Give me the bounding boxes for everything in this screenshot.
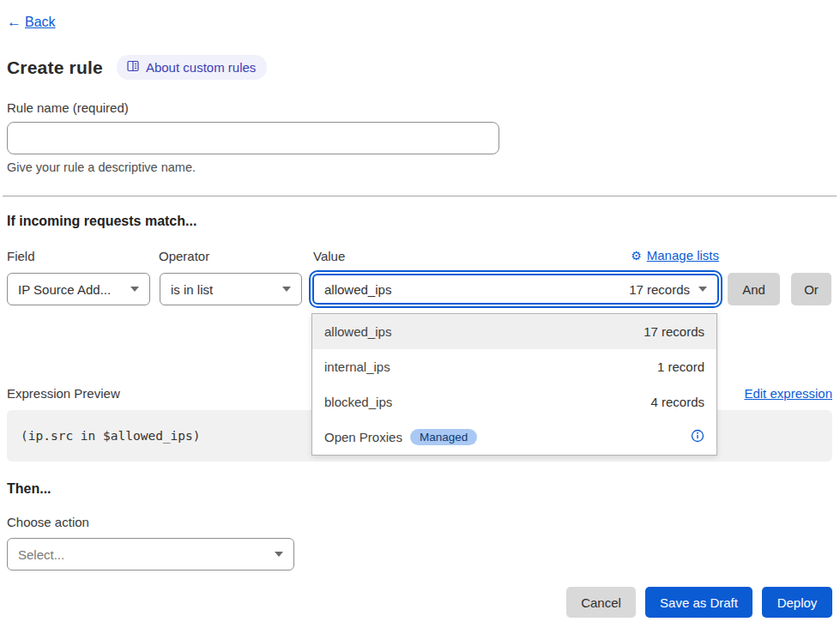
- list-option-allowed-ips[interactable]: allowed_ips 17 records: [312, 314, 716, 349]
- chevron-down-icon: [698, 287, 707, 292]
- rule-name-input[interactable]: [7, 122, 499, 154]
- list-option-internal-ips[interactable]: internal_ips 1 record: [312, 349, 716, 384]
- list-option-name: allowed_ips: [324, 324, 391, 339]
- choose-action-label: Choose action: [7, 515, 89, 529]
- expression-code: (ip.src in $allowed_ips): [21, 429, 201, 443]
- page-title: Create rule: [7, 57, 103, 78]
- list-option-count: 17 records: [644, 324, 704, 339]
- section-divider: [3, 196, 837, 196]
- expression-preview-label: Expression Preview: [7, 386, 120, 401]
- list-option-name: blocked_ips: [324, 395, 392, 409]
- action-select-placeholder: Select...: [18, 547, 64, 562]
- value-selected-count: 17 records: [629, 282, 690, 297]
- list-option-count: 1 record: [657, 359, 704, 374]
- list-option-count: 4 records: [650, 395, 704, 409]
- manage-lists-link[interactable]: ⚙ Manage lists: [631, 248, 719, 263]
- back-arrow-icon: ←: [7, 14, 21, 31]
- back-link-label[interactable]: Back: [25, 15, 56, 30]
- list-option-open-proxies[interactable]: Open Proxies Managed: [312, 420, 716, 455]
- value-selected-name: allowed_ips: [324, 282, 391, 297]
- deploy-button[interactable]: Deploy: [762, 587, 832, 618]
- list-dropdown-menu: allowed_ips 17 records internal_ips 1 re…: [311, 313, 717, 456]
- action-select[interactable]: Select...: [7, 538, 294, 571]
- operator-label: Operator: [159, 249, 209, 263]
- rule-name-helper: Give your rule a descriptive name.: [7, 160, 196, 174]
- cancel-button[interactable]: Cancel: [566, 587, 636, 618]
- match-section-heading: If incoming requests match...: [7, 214, 196, 229]
- page-header: Create rule About custom rules: [7, 55, 267, 80]
- about-custom-rules-label: About custom rules: [146, 60, 256, 75]
- rule-name-label: Rule name (required): [7, 100, 129, 115]
- field-select-value: IP Source Add...: [18, 282, 111, 297]
- chevron-down-icon: [275, 552, 283, 557]
- back-link[interactable]: ← Back: [7, 14, 56, 31]
- field-select[interactable]: IP Source Add...: [7, 273, 150, 305]
- operator-select[interactable]: is in list: [160, 273, 302, 305]
- save-as-draft-button[interactable]: Save as Draft: [645, 587, 752, 618]
- list-option-name: Open Proxies: [324, 430, 402, 444]
- book-icon: [126, 59, 140, 75]
- edit-expression-link[interactable]: Edit expression: [744, 386, 832, 401]
- list-option-name: internal_ips: [324, 359, 390, 374]
- value-combobox-focus-ring: allowed_ips 17 records: [309, 270, 722, 308]
- operator-select-value: is in list: [171, 282, 213, 297]
- gear-icon: ⚙: [631, 249, 642, 263]
- managed-badge: Managed: [410, 429, 477, 445]
- or-button[interactable]: Or: [791, 273, 831, 305]
- field-label: Field: [7, 249, 35, 263]
- chevron-down-icon: [282, 287, 291, 292]
- info-icon[interactable]: [691, 429, 704, 445]
- list-option-blocked-ips[interactable]: blocked_ips 4 records: [312, 384, 716, 420]
- value-combobox[interactable]: allowed_ips 17 records: [312, 274, 719, 305]
- about-custom-rules-link[interactable]: About custom rules: [117, 55, 267, 80]
- value-label: Value: [313, 249, 345, 263]
- chevron-down-icon: [130, 287, 139, 292]
- and-button[interactable]: And: [728, 273, 780, 305]
- then-section-heading: Then...: [7, 481, 51, 497]
- manage-lists-label[interactable]: Manage lists: [647, 248, 719, 263]
